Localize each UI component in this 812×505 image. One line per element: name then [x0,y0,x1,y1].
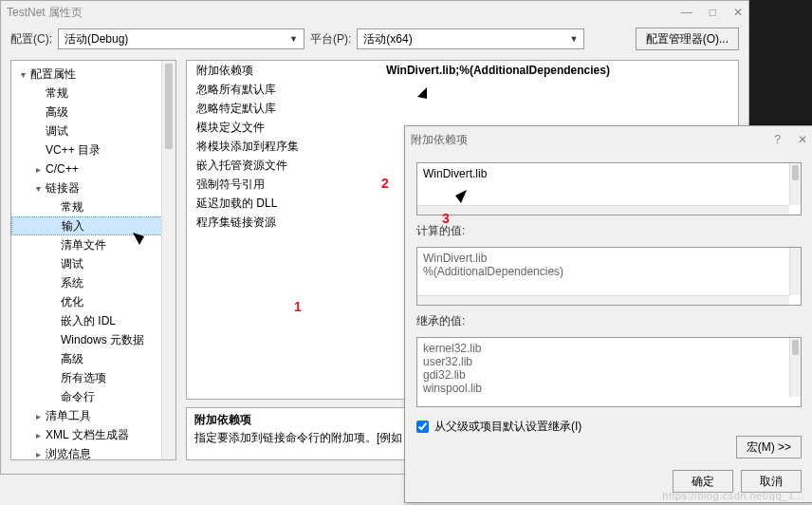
expand-icon[interactable]: ▸ [32,411,44,421]
tree-item-label: 链接器 [44,180,80,196]
expand-icon[interactable]: ▸ [32,449,44,459]
config-toolbar: 配置(C): 活动(Debug) ▼ 平台(P): 活动(x64) ▼ 配置管理… [1,24,748,54]
inherit-checkbox[interactable] [416,421,429,433]
tree-item-label: 清单工具 [44,408,91,424]
expand-icon[interactable]: ▸ [32,430,44,440]
tree-item[interactable]: ▸C/C++ [11,159,175,178]
background-stripe [749,0,812,125]
property-value[interactable]: WinDivert.lib;%(AdditionalDependencies) [386,61,738,80]
property-value[interactable] [386,80,738,99]
annotation-3: 3 [442,211,450,226]
tree-item[interactable]: ▸浏览信息 [11,444,175,460]
tree-item[interactable]: 高级 [11,349,175,368]
tree-item-label: 常规 [59,199,83,215]
tree-item[interactable]: ▸清单工具 [11,406,175,425]
property-name: 忽略特定默认库 [187,99,386,118]
tree-item[interactable]: 优化 [11,292,175,311]
watermark: https://blog.csdn.net/qq_1... [662,490,804,501]
inherit-label: 从父级或项目默认设置继承(I) [434,419,581,435]
tree-item[interactable]: 系统 [11,273,175,292]
input-vscroll[interactable] [789,163,801,205]
tree-item-label: 优化 [59,294,83,310]
tree-item[interactable]: ▸XML 文档生成器 [11,425,175,444]
property-row[interactable]: 附加依赖项WinDivert.lib;%(AdditionalDependenc… [187,61,738,80]
tree-item-label: C/C++ [44,162,79,176]
annotation-2: 2 [381,176,389,191]
close-icon[interactable]: ✕ [798,133,807,146]
tree-item-label: 浏览信息 [44,446,91,461]
nav-tree[interactable]: ▾配置属性常规高级调试VC++ 目录▸C/C++▾链接器常规输入清单文件调试系统… [10,60,176,460]
deps-input[interactable]: WinDivert.lib [416,162,802,215]
platform-value: 活动(x64) [363,31,412,47]
input-hscroll[interactable] [417,205,789,215]
property-name: 模块定义文件 [187,118,386,137]
tree-item-label: Windows 元数据 [59,332,144,348]
tree-item[interactable]: 调试 [11,122,175,140]
tree-item[interactable]: 所有选项 [11,368,175,387]
property-name: 将模块添加到程序集 [187,137,386,156]
tree-item[interactable]: VC++ 目录 [11,140,175,159]
tree-item[interactable]: 调试 [11,254,175,273]
tree-item[interactable]: 高级 [11,103,175,122]
computed-hscroll[interactable] [417,295,789,305]
window-title: TestNet 属性页 [7,5,83,21]
expand-icon[interactable]: ▸ [32,164,44,175]
property-name: 强制符号引用 [187,175,386,194]
window-controls: — □ ✕ [681,6,743,19]
property-name: 延迟加载的 DLL [187,194,386,213]
chevron-down-icon: ▼ [289,34,298,44]
platform-combo[interactable]: 活动(x64) ▼ [357,28,584,49]
tree-item-label: 嵌入的 IDL [59,313,116,329]
config-manager-button[interactable]: 配置管理器(O)... [636,28,739,50]
computed-vscroll[interactable] [789,248,801,295]
tree-item-label: XML 文档生成器 [44,427,129,443]
tree-item[interactable]: 命令行 [11,387,175,406]
additional-deps-dialog: 附加依赖项 ? ✕ WinDivert.lib 计算的值: WinDivert.… [404,125,812,503]
tree-item[interactable]: ▾链接器 [11,178,175,197]
chevron-down-icon: ▼ [569,34,578,44]
property-name: 程序集链接资源 [187,213,386,232]
tree-item-label: 高级 [59,351,83,367]
inherited-vscroll[interactable] [789,338,801,397]
close-icon[interactable]: ✕ [733,6,743,19]
inherited-box: kernel32.lib user32.lib gdi32.lib winspo… [416,337,802,407]
property-name: 忽略所有默认库 [187,80,386,99]
tree-item[interactable]: 清单文件 [11,235,175,254]
tree-item[interactable]: 嵌入的 IDL [11,311,175,330]
tree-item-label: 高级 [44,104,68,121]
maximize-icon[interactable]: □ [710,6,716,19]
config-combo[interactable]: 活动(Debug) ▼ [58,28,304,49]
macro-button[interactable]: 宏(M) >> [736,436,802,458]
tree-item-label: VC++ 目录 [44,142,101,159]
property-value[interactable] [386,99,738,118]
tree-item-label: 配置属性 [28,66,76,83]
popup-title: 附加依赖项 [411,132,468,148]
property-row[interactable]: 忽略所有默认库 [187,80,738,99]
inherit-check-row[interactable]: 从父级或项目默认设置继承(I) [416,419,802,435]
computed-box: WinDivert.lib %(AdditionalDependencies) [416,247,802,306]
tree-item[interactable]: Windows 元数据 [11,330,175,349]
minimize-icon[interactable]: — [681,6,692,19]
tree-item[interactable]: ▾配置属性 [11,65,175,84]
tree-item-label: 输入 [60,218,84,234]
tree-item-label: 命令行 [59,389,95,405]
config-label: 配置(C): [10,31,52,47]
help-icon[interactable]: ? [774,133,781,146]
expand-icon[interactable]: ▾ [17,69,28,80]
platform-label: 平台(P): [310,31,351,47]
property-name: 嵌入托管资源文件 [187,156,386,175]
tree-item[interactable]: 输入 [11,216,175,235]
popup-titlebar: 附加依赖项 ? ✕ [405,126,812,153]
tree-item[interactable]: 常规 [11,84,175,103]
property-row[interactable]: 忽略特定默认库 [187,99,738,118]
tree-item-label: 系统 [59,275,83,291]
tree-item-label: 清单文件 [59,237,106,253]
popup-window-controls: ? ✕ [774,133,807,146]
expand-icon[interactable]: ▾ [32,183,44,194]
annotation-1: 1 [294,299,302,314]
tree-item-label: 常规 [44,85,68,102]
config-value: 活动(Debug) [65,31,128,47]
tree-scrollbar[interactable] [161,61,175,459]
tree-item-label: 调试 [59,256,83,272]
tree-item[interactable]: 常规 [11,197,175,216]
